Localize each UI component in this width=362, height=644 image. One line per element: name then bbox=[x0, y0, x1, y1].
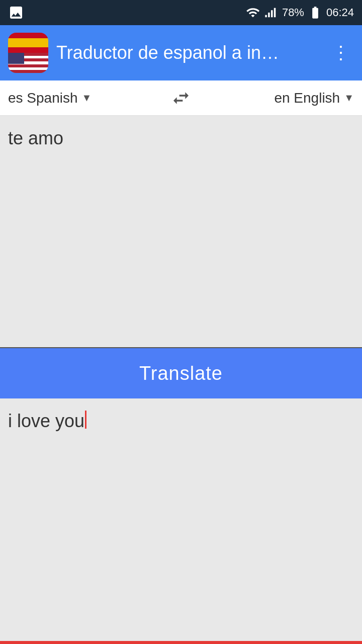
source-language-selector[interactable]: es Spanish ▼ bbox=[8, 90, 166, 106]
app-bar: Traductor de espanol a in… ⋮ bbox=[0, 25, 362, 80]
app-title: Traductor de espanol a in… bbox=[56, 42, 320, 63]
battery-percentage: 78% bbox=[282, 6, 304, 19]
swap-languages-button[interactable] bbox=[166, 88, 196, 108]
source-input-area bbox=[0, 116, 362, 347]
battery-icon bbox=[308, 6, 322, 20]
status-bar: 78% 06:24 bbox=[0, 0, 362, 25]
text-cursor bbox=[85, 411, 86, 429]
source-text-input[interactable] bbox=[8, 126, 354, 337]
app-icon bbox=[8, 33, 48, 73]
more-options-button[interactable]: ⋮ bbox=[328, 38, 354, 67]
translated-text: i love you bbox=[8, 411, 84, 431]
status-left bbox=[8, 5, 24, 21]
language-bar: es Spanish ▼ en English ▼ bbox=[0, 80, 362, 116]
translate-button[interactable]: Translate bbox=[0, 348, 362, 398]
target-language-label: en English bbox=[274, 90, 340, 106]
photo-icon bbox=[8, 5, 24, 21]
status-right: 78% 06:24 bbox=[246, 6, 354, 20]
signal-icon bbox=[264, 6, 278, 20]
output-area: i love you bbox=[0, 398, 362, 590]
status-time: 06:24 bbox=[326, 6, 354, 19]
target-language-selector[interactable]: en English ▼ bbox=[196, 90, 354, 106]
source-language-label: es Spanish bbox=[8, 90, 78, 106]
bottom-bar bbox=[0, 641, 362, 644]
swap-icon bbox=[171, 88, 191, 108]
source-dropdown-arrow: ▼ bbox=[82, 92, 92, 104]
target-dropdown-arrow: ▼ bbox=[344, 92, 354, 104]
wifi-icon bbox=[246, 6, 260, 20]
